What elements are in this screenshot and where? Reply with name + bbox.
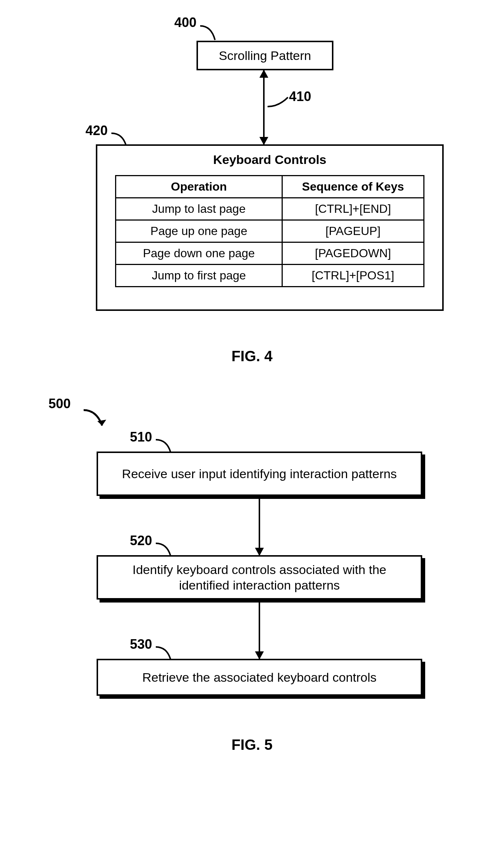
flow-step-530-text: Retrieve the associated keyboard control… bbox=[142, 670, 376, 685]
cell-seq: [PAGEDOWN] bbox=[282, 242, 424, 265]
keyboard-controls-title: Keyboard Controls bbox=[115, 152, 424, 167]
keyboard-controls-table: Operation Sequence of Keys Jump to last … bbox=[115, 175, 424, 287]
figure-5-caption: FIG. 5 bbox=[48, 736, 456, 753]
cell-seq: [CTRL]+[POS1] bbox=[282, 265, 424, 287]
ref-400-label: 400 bbox=[174, 15, 196, 30]
ref-420-label: 420 bbox=[85, 123, 108, 138]
cell-op: Page down one page bbox=[116, 242, 282, 265]
figure-4-caption: FIG. 4 bbox=[48, 348, 456, 365]
table-row: Page up one page [PAGEUP] bbox=[116, 220, 424, 242]
flow-step-520: Identify keyboard controls associated wi… bbox=[97, 555, 422, 600]
keyboard-controls-box: Keyboard Controls Operation Sequence of … bbox=[96, 144, 444, 311]
flow-arrow-1 bbox=[259, 499, 260, 555]
ref-510-label: 510 bbox=[130, 429, 152, 445]
cell-seq: [CTRL]+[END] bbox=[282, 198, 424, 220]
table-row: Page down one page [PAGEDOWN] bbox=[116, 242, 424, 265]
table-header-row: Operation Sequence of Keys bbox=[116, 176, 424, 198]
col-sequence: Sequence of Keys bbox=[282, 176, 424, 198]
flow-step-520-text: Identify keyboard controls associated wi… bbox=[109, 562, 410, 593]
scrolling-pattern-box: Scrolling Pattern bbox=[196, 41, 333, 70]
flow-step-510: Receive user input identifying interacti… bbox=[97, 452, 422, 496]
cell-op: Page up one page bbox=[116, 220, 282, 242]
table-row: Jump to last page [CTRL]+[END] bbox=[116, 198, 424, 220]
svg-marker-0 bbox=[97, 420, 106, 426]
cell-op: Jump to last page bbox=[116, 198, 282, 220]
ref-500-label: 500 bbox=[48, 396, 71, 412]
flow-step-530: Retrieve the associated keyboard control… bbox=[97, 659, 422, 696]
col-operation: Operation bbox=[116, 176, 282, 198]
ref-530-label: 530 bbox=[130, 637, 152, 652]
ref-410-leader bbox=[268, 95, 293, 110]
scrolling-pattern-text: Scrolling Pattern bbox=[219, 48, 311, 63]
bidirectional-arrow bbox=[263, 70, 265, 144]
cell-seq: [PAGEUP] bbox=[282, 220, 424, 242]
figure-4: 400 Scrolling Pattern 410 420 Keyboard C… bbox=[48, 15, 456, 396]
ref-500-arrow bbox=[82, 403, 119, 433]
flow-step-510-text: Receive user input identifying interacti… bbox=[122, 466, 397, 482]
cell-op: Jump to first page bbox=[116, 265, 282, 287]
table-row: Jump to first page [CTRL]+[POS1] bbox=[116, 265, 424, 287]
ref-520-label: 520 bbox=[130, 533, 152, 548]
flow-arrow-2 bbox=[259, 603, 260, 659]
figure-5: 500 510 Receive user input identifying i… bbox=[48, 396, 456, 781]
